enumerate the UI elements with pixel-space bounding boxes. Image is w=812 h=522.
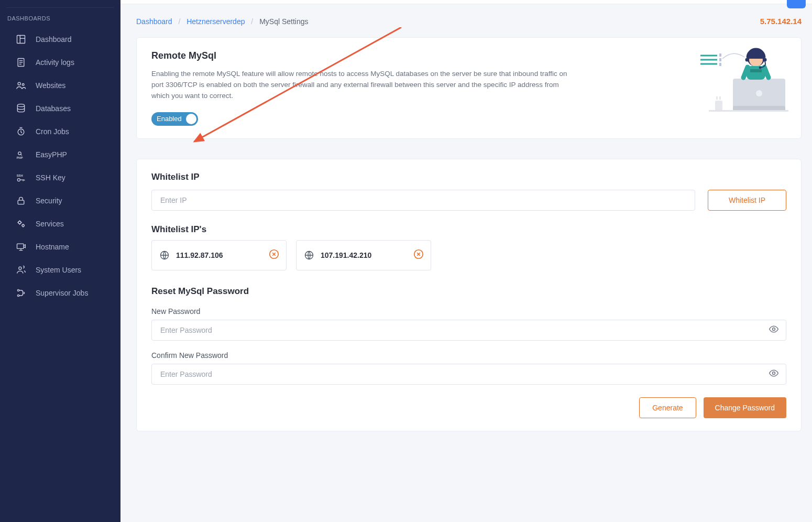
- sidebar-item-label: SSH Key: [36, 173, 65, 182]
- chip-delete-button[interactable]: [413, 248, 424, 262]
- breadcrumb: Dashboard / Hetznerserverdep / MySql Set…: [136, 17, 309, 26]
- svg-point-20: [17, 289, 19, 291]
- sidebar-item-label: Databases: [36, 104, 71, 113]
- confirm-password-input[interactable]: [151, 364, 786, 385]
- dashboard-icon: [16, 34, 26, 45]
- whitelist-ip-button[interactable]: Whitelist IP: [708, 190, 786, 211]
- whitelist-list-title: Whitelist IP's: [151, 224, 786, 235]
- svg-rect-15: [18, 200, 24, 204]
- ssh-icon: SSH: [16, 172, 26, 183]
- eye-icon[interactable]: [769, 368, 779, 380]
- chip-delete-button[interactable]: [268, 248, 280, 262]
- remote-mysql-desc: Enabling the remote MySQL feature will a…: [151, 69, 570, 102]
- php-icon: PHP: [16, 149, 26, 160]
- logs-icon: [16, 57, 26, 68]
- toggle-knob: [186, 114, 196, 124]
- sidebar-section-label: DASHBOARDS: [0, 15, 120, 28]
- sidebar-divider: [6, 7, 114, 8]
- whitelist-chip: 111.92.87.106: [151, 240, 287, 270]
- svg-rect-18: [17, 244, 24, 248]
- sidebar-item-activity-logs[interactable]: Activity logs: [0, 51, 120, 74]
- chip-ip-value: 107.191.42.210: [321, 251, 371, 259]
- whitelist-ip-input[interactable]: [151, 190, 695, 211]
- topbar-button[interactable]: [787, 0, 806, 8]
- breadcrumb-server[interactable]: Hetznerserverdep: [186, 17, 245, 26]
- sidebar-item-easyphp[interactable]: PHP EasyPHP: [0, 143, 120, 166]
- topbar: [120, 0, 812, 4]
- sidebar-item-websites[interactable]: Websites: [0, 74, 120, 97]
- sidebar-item-hostname[interactable]: Hostname: [0, 235, 120, 258]
- svg-point-43: [759, 67, 762, 69]
- sidebar-item-label: Services: [36, 220, 64, 228]
- svg-point-41: [745, 58, 749, 62]
- svg-point-9: [17, 104, 24, 107]
- gears-icon: [16, 219, 26, 229]
- change-password-button[interactable]: Change Password: [704, 397, 786, 418]
- supervisor-icon: [16, 288, 26, 298]
- svg-text:SSH: SSH: [17, 174, 23, 177]
- svg-point-7: [18, 82, 20, 85]
- sidebar-item-label: Activity logs: [36, 58, 74, 67]
- sidebar-item-dashboard[interactable]: Dashboard: [0, 28, 120, 51]
- svg-rect-29: [719, 63, 721, 66]
- main-content: Dashboard / Hetznerserverdep / MySql Set…: [120, 0, 812, 472]
- svg-rect-40: [750, 69, 762, 72]
- new-password-input[interactable]: [151, 320, 786, 341]
- sidebar-item-label: System Users: [36, 266, 81, 274]
- eye-icon[interactable]: [769, 324, 779, 336]
- svg-point-14: [17, 179, 20, 181]
- sidebar-item-label: Dashboard: [36, 35, 72, 44]
- lock-icon: [16, 195, 26, 206]
- sidebar-item-label: Cron Jobs: [36, 127, 69, 136]
- sidebar-item-label: Hostname: [36, 243, 69, 251]
- sidebar-item-security[interactable]: Security: [0, 189, 120, 212]
- svg-point-22: [17, 295, 19, 296]
- sidebar-item-label: Websites: [36, 81, 65, 90]
- reset-password-title: Reset MySql Password: [151, 286, 786, 297]
- server-ip: 5.75.142.14: [760, 17, 802, 26]
- whitelist-chip: 107.191.42.210: [296, 240, 431, 270]
- svg-point-8: [22, 84, 24, 86]
- svg-point-17: [22, 224, 24, 226]
- svg-rect-35: [719, 96, 721, 100]
- sidebar-item-cron-jobs[interactable]: Cron Jobs: [0, 120, 120, 143]
- svg-point-16: [18, 221, 21, 224]
- breadcrumb-dashboard[interactable]: Dashboard: [136, 17, 172, 26]
- sidebar-item-label: Supervisor Jobs: [36, 289, 88, 297]
- globe-icon: [304, 250, 314, 260]
- users-icon: [16, 80, 26, 91]
- remote-mysql-card: Remote MySql Enabling the remote MySQL f…: [136, 37, 802, 139]
- whitelist-title: Whitelist IP: [151, 172, 786, 182]
- toggle-label: Enabled: [157, 115, 182, 123]
- globe-icon: [159, 250, 170, 260]
- svg-rect-36: [709, 110, 788, 112]
- svg-rect-34: [716, 96, 718, 100]
- svg-point-49: [773, 372, 775, 374]
- generate-button[interactable]: Generate: [639, 397, 696, 418]
- remote-mysql-toggle[interactable]: Enabled: [151, 112, 198, 126]
- sidebar-item-ssh-key[interactable]: SSH SSH Key: [0, 166, 120, 189]
- confirm-password-label: Confirm New Password: [151, 351, 786, 360]
- cron-icon: [16, 126, 26, 137]
- svg-rect-33: [715, 101, 722, 111]
- remote-mysql-title: Remote MySql: [151, 50, 786, 61]
- sidebar-item-label: Security: [36, 197, 62, 205]
- sidebar-item-services[interactable]: Services: [0, 212, 120, 235]
- svg-point-19: [19, 267, 21, 269]
- svg-point-42: [763, 58, 767, 62]
- hostname-icon: [16, 242, 26, 252]
- svg-point-48: [773, 328, 775, 330]
- svg-text:PHP: PHP: [17, 156, 23, 159]
- sidebar-item-label: EasyPHP: [36, 150, 67, 159]
- whitelist-card: Whitelist IP Whitelist IP Whitelist IP's…: [136, 159, 802, 431]
- breadcrumb-current: MySql Settings: [259, 17, 308, 26]
- svg-point-32: [756, 90, 762, 96]
- svg-point-21: [23, 292, 24, 293]
- sidebar-item-system-users[interactable]: System Users: [0, 258, 120, 281]
- new-password-label: New Password: [151, 307, 786, 316]
- sidebar-item-supervisor-jobs[interactable]: Supervisor Jobs: [0, 281, 120, 304]
- svg-rect-0: [17, 36, 25, 44]
- sidebar-item-databases[interactable]: Databases: [0, 97, 120, 120]
- svg-rect-27: [719, 53, 721, 57]
- database-icon: [16, 103, 26, 114]
